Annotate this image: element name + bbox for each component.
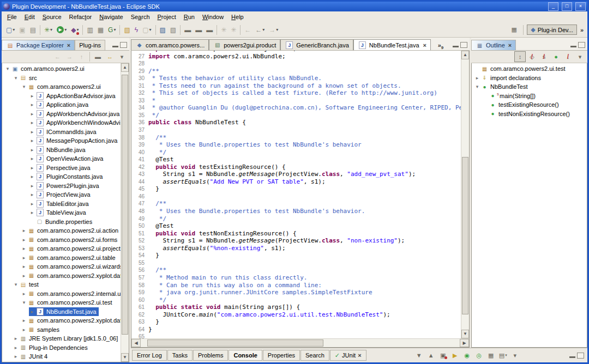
tree-item[interactable]: ▸▦samples	[2, 325, 121, 335]
scroll-lock-button[interactable]: ◉	[461, 350, 473, 361]
junit-view-button[interactable]: ▨	[158, 23, 168, 37]
rerun-last-test-button[interactable]: ▶	[449, 350, 461, 361]
editor-tab-genericbranch-java[interactable]: JGenericBranch.java	[280, 39, 353, 50]
maximize-window-button[interactable]: □	[562, 2, 572, 11]
pin-console-button[interactable]: ◎	[473, 350, 485, 361]
hide-local-types-button[interactable]: ↓/	[562, 51, 574, 62]
tab-tasks[interactable]: Tasks	[167, 350, 193, 361]
menu-source[interactable]: Source	[39, 12, 65, 22]
close-icon[interactable]: ×	[508, 42, 512, 48]
scroll-thumb[interactable]	[122, 75, 128, 335]
expand-arrow-icon[interactable]: ▾	[21, 84, 27, 89]
expand-arrow-icon[interactable]: ▸	[29, 93, 35, 99]
perspective-overflow-chevron[interactable]: »	[579, 27, 585, 33]
tree-item[interactable]: ▸JPluginConstants.java	[2, 172, 121, 181]
expand-arrow-icon[interactable]: ▸	[29, 147, 35, 153]
scroll-left-icon[interactable]: ◀	[131, 339, 141, 347]
close-icon[interactable]: ×	[423, 42, 426, 48]
tree-item[interactable]: ▸JNbBundle.java	[2, 145, 121, 155]
expand-arrow-icon[interactable]: ▾	[13, 282, 19, 287]
open-perspective-button[interactable]: ▦	[508, 25, 520, 35]
tree-item[interactable]: ▢Bundle.properties	[2, 217, 121, 227]
code-editor[interactable]: 26import com.aramco.powers2.ui.ProjectVi…	[131, 51, 461, 338]
menu-help[interactable]: Help	[227, 12, 248, 22]
tree-item[interactable]: ▸JTableEditor.java	[2, 199, 121, 209]
menu-run[interactable]: Run	[180, 12, 199, 22]
open-type-button[interactable]: ▦	[95, 23, 106, 37]
expand-arrow-icon[interactable]: ▸	[29, 201, 35, 207]
scroll-thumb[interactable]	[147, 339, 324, 347]
expand-arrow-icon[interactable]: ▸	[29, 165, 35, 171]
expand-arrow-icon[interactable]: ▸	[21, 237, 27, 242]
open-plugin-artifact-button[interactable]: ▧	[122, 23, 132, 37]
expand-arrow-icon[interactable]: ▾	[4, 66, 11, 71]
tree-item[interactable]: ▸▦com.aramco.powers2.ui.action	[2, 226, 121, 235]
error-log-view-button[interactable]: ▬	[204, 23, 215, 37]
tree-item[interactable]: ▸▥JUnit 4	[2, 352, 121, 361]
tab-console[interactable]: Console	[229, 350, 262, 361]
view-menu-button[interactable]: ▾	[116, 51, 128, 62]
expand-arrow-icon[interactable]: ▸	[21, 273, 27, 278]
expand-arrow-icon[interactable]: ▸	[29, 210, 35, 215]
tab-package-explorer[interactable]: ▤Package Explorer×	[2, 40, 75, 50]
tree-item[interactable]: ▸JAppActionBarAdvisor.java	[2, 92, 121, 101]
tree-item[interactable]: ▸▥JRE System Library [jdk1.5.0_06]	[2, 334, 121, 343]
tree-item[interactable]: ▾●NbBundleTest	[472, 82, 587, 92]
expand-arrow-icon[interactable]: ▸	[29, 174, 35, 179]
scroll-down-icon[interactable]: ▼	[121, 353, 129, 362]
tree-item[interactable]: ●testNonExistingResource()	[472, 110, 587, 119]
hide-fields-button[interactable]: ◇/	[526, 51, 538, 62]
expand-arrow-icon[interactable]: ▸	[21, 327, 27, 332]
close-window-button[interactable]: ×	[575, 2, 586, 11]
tab-search[interactable]: Search	[300, 350, 329, 361]
menu-project[interactable]: Project	[154, 12, 180, 22]
menu-file[interactable]: File	[3, 12, 21, 22]
back-button[interactable]: ←▾	[253, 23, 267, 37]
view-menu-button[interactable]: ▾	[574, 51, 586, 62]
tree-item[interactable]: ▸JICommandIds.java	[2, 128, 121, 137]
expand-arrow-icon[interactable]: ▸	[21, 264, 27, 269]
maximize-view-button[interactable]	[120, 42, 127, 48]
link-with-editor-button[interactable]: ↔	[104, 51, 116, 62]
menu-search[interactable]: Search	[127, 12, 154, 22]
expand-arrow-icon[interactable]: ▸	[13, 345, 19, 350]
tree-item[interactable]: ▾▣com.aramco.powers2.ui	[2, 64, 121, 74]
java-search-button[interactable]: ▥	[85, 23, 95, 37]
type-hierarchy-button[interactable]: ▧	[168, 23, 178, 37]
tree-item[interactable]: ▾▦com.aramco.powers2.ui	[2, 82, 121, 92]
console-view-button[interactable]: ▬	[193, 23, 204, 37]
tab-properties[interactable]: Properties	[263, 350, 300, 361]
minimize-view-button[interactable]	[112, 42, 118, 47]
hide-non-public-button[interactable]: ●	[550, 51, 562, 62]
menu-window[interactable]: Window	[199, 12, 227, 22]
minimize-view-button[interactable]	[453, 42, 459, 47]
plugin-registry-button[interactable]: ▬	[182, 23, 193, 37]
expand-arrow-icon[interactable]: ▸	[29, 183, 35, 189]
tree-item[interactable]: ▸JPowers2Plugin.java	[2, 181, 121, 191]
vertical-scrollbar[interactable]: ▲ ▼	[121, 63, 129, 362]
next-failure-button[interactable]: ▼	[413, 350, 425, 361]
previous-failure-button[interactable]: ▲	[425, 350, 437, 361]
scroll-right-icon[interactable]: ▶	[460, 339, 469, 347]
tab-error-log[interactable]: Error Log	[132, 350, 167, 361]
menu-refactor[interactable]: Refactor	[65, 12, 96, 22]
minimize-window-button[interactable]: _	[548, 2, 558, 11]
tree-item[interactable]: ▸JProjectView.java	[2, 190, 121, 199]
tree-item[interactable]: ▸▦com.aramco.powers2.internal.ui.	[2, 289, 121, 299]
tree-item[interactable]: ▸JTableView.java	[2, 208, 121, 217]
new-class-button[interactable]: G▾	[106, 23, 118, 37]
editor-tab-nbbundletest-java[interactable]: JNbBundleTest.java×	[353, 39, 431, 50]
external-tools-button[interactable]: ◆▾	[69, 23, 81, 37]
perspective-plugin-dev-button[interactable]: ◆ Plug-in Dev...	[527, 25, 577, 35]
close-icon[interactable]: ×	[67, 42, 70, 48]
scroll-thumb[interactable]	[462, 157, 468, 315]
new-wizard-button[interactable]: ▢▾	[4, 23, 17, 37]
hide-static-members-button[interactable]: s/	[538, 51, 550, 62]
plugin-search-button[interactable]: ϟ	[133, 23, 140, 37]
tree-item[interactable]: ▸▦com.aramco.powers2.xyplot.data	[2, 271, 121, 281]
editor-horizontal-scrollbar[interactable]: ◀ ▶	[131, 338, 469, 347]
tab-outline[interactable]: ▦ Outline ×	[471, 40, 516, 50]
tree-item[interactable]: ●testExistingResource()	[472, 100, 587, 110]
expand-arrow-icon[interactable]: ▸	[29, 309, 35, 314]
run-button[interactable]: ▶▾	[55, 23, 69, 37]
